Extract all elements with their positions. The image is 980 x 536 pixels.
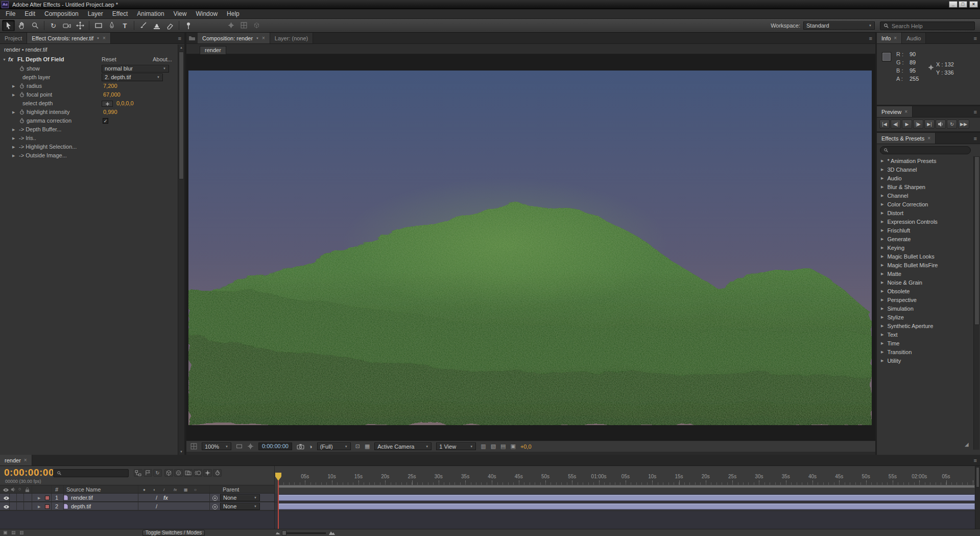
playhead-line[interactable] bbox=[278, 480, 279, 529]
close-button[interactable]: × bbox=[969, 1, 978, 8]
timeline-button-icon[interactable]: ▤ bbox=[500, 443, 506, 450]
stopwatch-icon[interactable] bbox=[19, 66, 25, 72]
close-tab-icon[interactable]: × bbox=[894, 36, 897, 41]
category-expander-icon[interactable]: ▶ bbox=[881, 185, 883, 189]
tab-dropdown-icon[interactable]: ▼ bbox=[97, 37, 100, 40]
hide-shy-layers-button[interactable] bbox=[174, 469, 183, 477]
effects-search-box[interactable] bbox=[880, 146, 971, 154]
category-expander-icon[interactable]: ▶ bbox=[881, 307, 883, 310]
rectangle-tool[interactable] bbox=[92, 20, 105, 31]
expander-icon[interactable]: ▶ bbox=[12, 93, 15, 97]
toggle-switches-pane-icon[interactable]: ▣ bbox=[3, 530, 8, 535]
close-tab-icon[interactable]: × bbox=[24, 458, 27, 463]
category-expander-icon[interactable]: ▶ bbox=[881, 289, 883, 293]
menu-window[interactable]: Window bbox=[191, 9, 222, 19]
fx-switch[interactable]: fx bbox=[163, 495, 168, 501]
effects-category-item[interactable]: ▶Simulation bbox=[877, 304, 973, 313]
effects-category-item[interactable]: ▶Synthetic Aperture bbox=[877, 321, 973, 330]
category-expander-icon[interactable]: ▶ bbox=[881, 298, 883, 301]
category-expander-icon[interactable]: ▶ bbox=[881, 159, 883, 162]
stopwatch-icon[interactable] bbox=[19, 109, 25, 115]
category-expander-icon[interactable]: ▶ bbox=[881, 237, 883, 241]
fast-previews-icon[interactable]: ▧ bbox=[491, 443, 496, 450]
type-tool[interactable]: T bbox=[118, 20, 131, 31]
stopwatch-icon[interactable] bbox=[19, 118, 25, 124]
category-expander-icon[interactable]: ▶ bbox=[881, 359, 883, 362]
close-tab-icon[interactable]: × bbox=[262, 36, 265, 41]
brush-tool[interactable] bbox=[137, 20, 150, 31]
category-expander-icon[interactable]: ▶ bbox=[881, 176, 883, 180]
toggle-duration-pane-icon[interactable]: ▥ bbox=[19, 530, 24, 535]
scroll-up-icon[interactable]: ▲ bbox=[178, 44, 184, 51]
show-dropdown[interactable]: normal blur▼ bbox=[102, 65, 169, 73]
effect-expander-icon[interactable]: ▼ bbox=[3, 58, 6, 61]
tab-layer[interactable]: Layer: (none) bbox=[270, 33, 313, 43]
expander-icon[interactable]: ▶ bbox=[12, 145, 15, 149]
work-area-bar[interactable] bbox=[278, 485, 975, 488]
menu-layer[interactable]: Layer bbox=[83, 9, 108, 19]
live-update-button[interactable]: ↻ bbox=[153, 469, 162, 477]
category-expander-icon[interactable]: ▶ bbox=[881, 272, 883, 275]
tab-composition[interactable]: Composition: render ▼ × bbox=[198, 33, 270, 43]
play-button[interactable]: ▶ bbox=[902, 120, 912, 129]
effects-category-item[interactable]: ▶Color Correction bbox=[877, 200, 973, 208]
category-expander-icon[interactable]: ▶ bbox=[881, 263, 883, 267]
local-axis-mode-icon[interactable] bbox=[228, 22, 234, 29]
menu-edit[interactable]: Edit bbox=[20, 9, 40, 19]
view-layout-dropdown[interactable]: 1 View▼ bbox=[436, 442, 476, 450]
zoom-tool[interactable] bbox=[29, 20, 41, 31]
exposure-value[interactable]: +0,0 bbox=[520, 444, 532, 450]
zoom-in-mountain-icon[interactable] bbox=[329, 530, 335, 535]
comp-nav-tab[interactable]: render bbox=[200, 46, 226, 54]
grid-options-icon[interactable] bbox=[190, 443, 197, 450]
layer-name[interactable]: depth.tif bbox=[71, 503, 91, 509]
effects-category-item[interactable]: ▶Frischluft bbox=[877, 226, 973, 235]
expander-icon[interactable]: ▶ bbox=[12, 110, 15, 114]
vertical-scrollbar[interactable]: ▲ ▼ bbox=[178, 44, 184, 455]
hand-tool[interactable] bbox=[15, 20, 28, 31]
expander-icon[interactable]: ▶ bbox=[12, 84, 15, 88]
scrollbar-thumb[interactable] bbox=[179, 52, 184, 179]
column-parent[interactable]: Parent bbox=[223, 486, 239, 493]
scrollbar-thumb[interactable] bbox=[974, 156, 979, 325]
tab-audio[interactable]: Audio bbox=[902, 33, 926, 43]
category-expander-icon[interactable]: ▶ bbox=[881, 246, 883, 249]
column-source-name[interactable]: Source Name bbox=[66, 486, 101, 493]
layer-expander-icon[interactable]: ▶ bbox=[38, 505, 40, 508]
effects-category-item[interactable]: ▶Magic Bullet Looks bbox=[877, 252, 973, 261]
category-expander-icon[interactable]: ▶ bbox=[881, 333, 883, 336]
property-value[interactable]: 0,990 bbox=[103, 108, 117, 116]
tab-info[interactable]: Info × bbox=[877, 33, 902, 43]
menu-composition[interactable]: Composition bbox=[40, 9, 83, 19]
loop-button[interactable]: ↻ bbox=[947, 120, 957, 129]
layer-name[interactable]: render.tif bbox=[71, 495, 93, 501]
zoom-out-mountain-icon[interactable] bbox=[276, 531, 280, 534]
expander-icon[interactable]: ▶ bbox=[12, 128, 15, 131]
effect-header[interactable]: ▼ fx FL Depth Of Field Reset About... bbox=[0, 55, 178, 64]
transparency-grid-icon[interactable]: ▦ bbox=[365, 443, 370, 450]
effects-category-item[interactable]: ▶Channel bbox=[877, 191, 973, 200]
layer-label-chip[interactable] bbox=[45, 496, 50, 500]
effects-category-item[interactable]: ▶* Animation Presets bbox=[877, 156, 973, 165]
timeline-ruler[interactable]: 0s05s10s15s20s25s30s35s40s45s50s55s01:00… bbox=[274, 472, 975, 485]
category-expander-icon[interactable]: ▶ bbox=[881, 350, 883, 354]
quality-switch[interactable]: / bbox=[156, 503, 157, 509]
column-number[interactable]: # bbox=[55, 486, 58, 493]
snapshot-icon[interactable] bbox=[297, 444, 304, 450]
choose-grid-icon[interactable] bbox=[236, 443, 243, 450]
resolution-dropdown[interactable]: (Full)▼ bbox=[317, 442, 351, 450]
quality-switch[interactable]: / bbox=[156, 495, 157, 501]
comp-mini-flowchart-button[interactable] bbox=[134, 469, 142, 477]
category-expander-icon[interactable]: ▶ bbox=[881, 211, 883, 215]
category-expander-icon[interactable]: ▶ bbox=[881, 281, 883, 284]
selection-tool[interactable] bbox=[2, 20, 15, 31]
effects-category-item[interactable]: ▶Text bbox=[877, 330, 973, 339]
parent-pickwhip-icon[interactable] bbox=[212, 504, 218, 510]
next-frame-button[interactable]: |▶ bbox=[913, 120, 923, 129]
effects-category-item[interactable]: ▶Noise & Grain bbox=[877, 278, 973, 287]
brainstorm-button[interactable] bbox=[203, 469, 212, 477]
region-of-interest-icon[interactable]: ⊡ bbox=[355, 443, 360, 450]
effects-category-item[interactable]: ▶Distort bbox=[877, 208, 973, 217]
pen-tool[interactable] bbox=[105, 20, 118, 31]
toggle-transfer-pane-icon[interactable]: ▤ bbox=[11, 530, 16, 535]
